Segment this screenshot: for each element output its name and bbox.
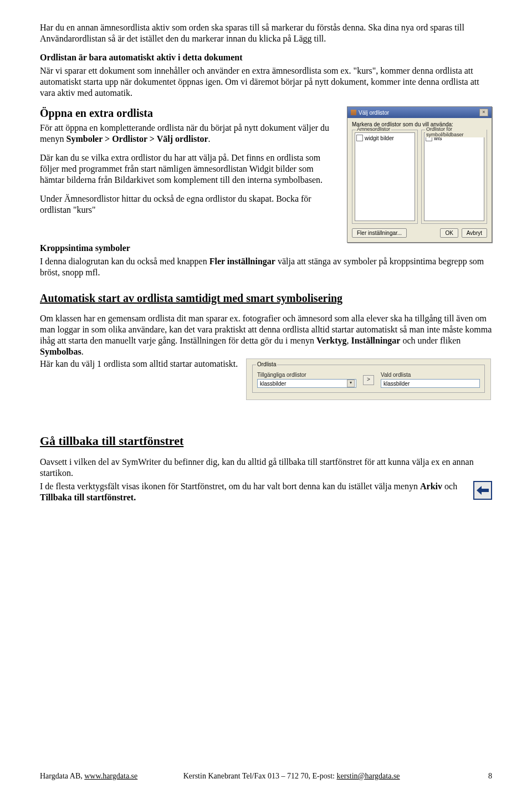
group-symbolbildbaser-label: Ordlistor för symbol/bildbaser — [425, 126, 487, 137]
paragraph-open-extra-desc: Där kan du se vilka extra ordlistor du h… — [40, 152, 340, 186]
paragraph-back-1: Oavsett i vilken del av SymWriter du bef… — [40, 457, 492, 479]
label-fler-installningar: Fler inställningar — [209, 257, 275, 266]
label-tillgangliga-ordlistor: Tillgängliga ordlistor — [257, 372, 356, 378]
paragraph-auto-start-g: . — [81, 347, 84, 356]
paragraph-back-2-c: och — [442, 481, 457, 491]
footer-left: Hargdata AB, www.hargdata.se — [40, 772, 183, 781]
close-icon[interactable]: × — [479, 109, 488, 116]
footer-center: Kerstin Kanebrant Tel/Fax 013 – 712 70, … — [183, 772, 470, 781]
dialog-title: Välj ordlistor — [359, 110, 389, 116]
heading-kroppsintima: Kroppsintima symboler — [40, 243, 492, 254]
group-amnesordlistor-label: Ämnesordlistor — [356, 126, 391, 132]
chevron-down-icon[interactable]: ▾ — [347, 380, 355, 387]
cancel-button[interactable]: Avbryt — [462, 228, 487, 238]
group-amnesordlistor: Ämnesordlistor widgit bilder — [352, 130, 418, 224]
ok-button[interactable]: OK — [440, 228, 458, 238]
dialog-valj-ordlistor: Välj ordlistor × Markera de ordlistor so… — [347, 106, 492, 243]
menu-arkiv: Arkiv — [420, 481, 442, 491]
list-item-label: widgit bilder — [365, 135, 394, 141]
list-symbolbildbaser[interactable]: wls — [424, 132, 484, 221]
dialog-app-icon — [351, 110, 356, 115]
paragraph-open-extra-menu: För att öppna en kompletterande ordlista… — [40, 122, 340, 145]
list-amnesordlistor[interactable]: widgit bilder — [355, 132, 415, 221]
list-item[interactable]: widgit bilder — [356, 134, 413, 142]
paragraph-back-2-a: I de flesta verktygsfält visas ikonen fö… — [40, 481, 420, 491]
paragraph-kroppsintima: I denna dialogrutan kan du också med kna… — [40, 256, 492, 278]
footer-page-number: 8 — [470, 772, 492, 781]
menu-tillbaka-start: Tillbaka till startfönstret. — [40, 493, 136, 502]
paragraph-intro: Har du en annan ämnesordlista aktiv som … — [40, 22, 492, 44]
paragraph-open-extra-c: . — [208, 134, 211, 144]
footer-url[interactable]: www.hargdata.se — [84, 772, 137, 780]
heading-auto-active: Ordlistan är bara automatiskt aktiv i de… — [40, 52, 492, 63]
footer-email[interactable]: kerstin@hargdata.se — [336, 772, 400, 780]
paragraph-kroppsintima-a: I denna dialogrutan kan du också med kna… — [40, 257, 209, 266]
footer-company: Hargdata AB, — [40, 772, 84, 780]
panel-ordlista-label: Ordlista — [256, 361, 277, 367]
combo-tillgangliga-ordlistor[interactable]: klassbilder ▾ — [257, 379, 356, 388]
field-vald-ordlista[interactable]: klassbilder — [381, 379, 480, 388]
back-arrow-icon[interactable] — [473, 481, 492, 500]
panel-ordlista: Ordlista Tillgängliga ordlistor klassbil… — [246, 358, 491, 400]
checkbox-icon[interactable] — [356, 135, 363, 141]
paragraph-choose-one: Här kan du välj 1 ordlista som alltid st… — [40, 358, 239, 370]
footer: Hargdata AB, www.hargdata.se Kerstin Kan… — [40, 772, 492, 781]
menu-verktyg: Verktyg — [316, 336, 347, 345]
back-to-start-icon-wrap — [473, 481, 492, 500]
dialog-titlebar: Välj ordlistor × — [347, 107, 492, 118]
label-vald-ordlista: Vald ordlista — [381, 372, 480, 378]
footer-contact: Kerstin Kanebrant Tel/Fax 013 – 712 70, … — [183, 772, 337, 780]
paragraph-auto-active: När vi sparar ett dokument som innehålle… — [40, 65, 492, 99]
heading-auto-start: Automatisk start av ordlista samtidigt m… — [40, 291, 492, 305]
paragraph-auto-start-e: och under fliken — [400, 336, 461, 345]
more-settings-button[interactable]: Fler inställningar... — [352, 228, 407, 238]
paragraph-auto-start: Om klassen har en gemensam ordlista dit … — [40, 313, 492, 357]
heading-open-extra: Öppna en extra ordlista — [40, 106, 340, 120]
group-symbolbildbaser: Ordlistor för symbol/bildbaser wls — [421, 130, 487, 224]
paragraph-back-2: I de flesta verktygsfält visas ikonen fö… — [40, 481, 463, 503]
menu-path-symboler: Symboler > Ordlistor > Välj ordlistor — [66, 134, 208, 144]
move-right-button[interactable]: > — [363, 375, 374, 385]
heading-back-to-start: Gå tillbaka till startfönstret — [40, 433, 492, 449]
tab-symbolbas: Symbolbas — [40, 347, 81, 356]
paragraph-open-extra-found: Under Ämnesordlistor hittar du också de … — [40, 193, 340, 216]
combo-tillgangliga-value: klassbilder — [260, 381, 286, 387]
menu-installningar: Inställningar — [351, 336, 400, 345]
field-vald-value: klassbilder — [383, 381, 410, 387]
